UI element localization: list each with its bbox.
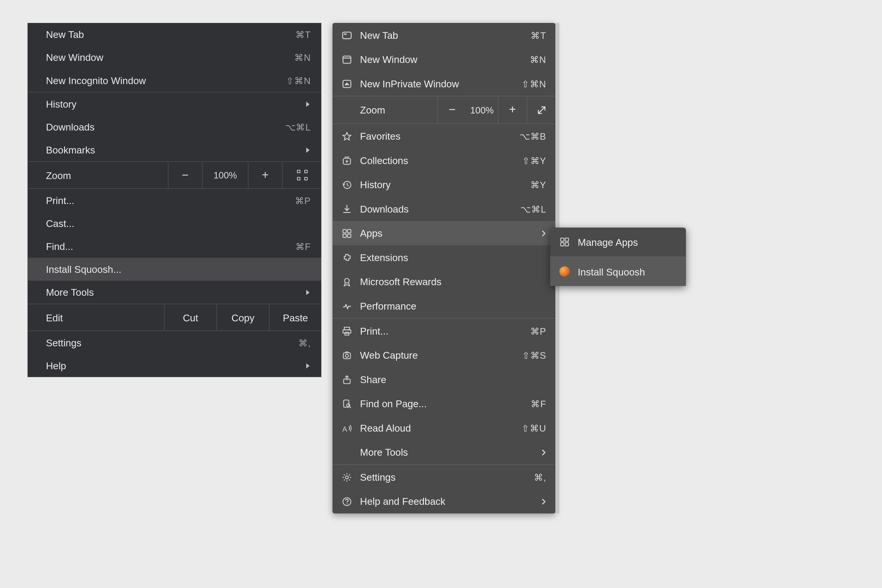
chrome-menu: New Tab ⌘T New Window ⌘N New Incognito W… [28,23,321,377]
submenu-item-manage-apps[interactable]: Manage Apps [550,228,686,256]
web-capture-icon [342,350,360,360]
shortcut: ⇧⌘N [522,78,546,89]
shortcut: ⌘N [294,52,311,63]
svg-point-11 [345,278,349,283]
shortcut: ⌥⌘B [519,131,546,141]
svg-rect-24 [561,238,564,242]
label: Help [46,360,306,371]
label: Extensions [360,252,546,263]
svg-point-16 [345,354,348,357]
zoom-out-button[interactable]: − [438,96,466,123]
menu-item-print[interactable]: Print... ⌘P [28,189,321,212]
menu-item-find[interactable]: Find... ⌘F [28,235,321,258]
find-icon [342,398,360,409]
menu-item-settings[interactable]: Settings ⌘, [333,465,555,489]
menu-item-extensions[interactable]: Extensions [333,245,555,270]
menu-item-share[interactable]: Share [333,367,555,392]
menu-item-more-tools[interactable]: More Tools [333,440,555,465]
label: Downloads [46,122,285,133]
zoom-row: Zoom − 100% + [333,96,555,123]
shortcut: ⌘P [295,195,311,206]
chevron-right-icon [306,100,311,107]
menu-item-downloads[interactable]: Downloads ⌥⌘L [28,116,321,138]
label: New InPrivate Window [360,78,522,89]
menu-item-downloads[interactable]: Downloads ⌥⌘L [333,196,555,221]
submenu-item-install-squoosh[interactable]: Install Squoosh [550,257,686,286]
svg-rect-14 [345,332,349,335]
svg-rect-25 [566,238,568,242]
edge-menu: New Tab ⌘T New Window ⌘N New InPrivate W… [333,23,555,513]
svg-rect-10 [348,234,351,237]
menu-item-cast[interactable]: Cast... [28,212,321,235]
performance-icon [342,301,360,311]
menu-item-print[interactable]: Print... ⌘P [333,319,555,343]
label: Find on Page... [360,398,531,409]
label: New Tab [360,29,531,40]
zoom-label: Zoom [360,104,438,116]
menu-item-web-capture[interactable]: Web Capture ⇧⌘S [333,343,555,368]
fullscreen-button[interactable] [282,162,321,188]
menu-item-bookmarks[interactable]: Bookmarks [28,138,321,161]
label: Web Capture [360,350,522,361]
menu-item-new-tab[interactable]: New Tab ⌘T [333,23,555,47]
svg-rect-15 [344,352,351,358]
shortcut: ⌥⌘L [520,204,546,214]
menu-item-new-inprivate-window[interactable]: New InPrivate Window ⇧⌘N [333,72,555,96]
label: Apps [360,228,541,239]
cut-button[interactable]: Cut [164,304,216,330]
label: Print... [46,195,295,206]
rewards-icon [342,276,360,287]
zoom-in-button[interactable]: + [248,162,282,188]
svg-rect-0 [342,32,351,38]
svg-rect-27 [566,243,568,246]
fullscreen-icon [297,170,307,180]
menu-item-performance[interactable]: Performance [333,294,555,318]
menu-item-new-window[interactable]: New Window ⌘N [333,47,555,72]
edit-row: Edit Cut Copy Paste [28,304,321,330]
fullscreen-button[interactable] [526,96,555,123]
label: Favorites [360,130,519,142]
apps-icon [342,228,360,238]
zoom-in-button[interactable]: + [498,96,526,123]
shortcut: ⌥⌘L [285,122,311,132]
menu-item-install-squoosh[interactable]: Install Squoosh... [28,258,321,281]
menu-item-more-tools[interactable]: More Tools [28,281,321,304]
menu-item-find-on-page[interactable]: Find on Page... ⌘F [333,392,555,416]
label: Help and Feedback [360,496,541,507]
menu-item-history[interactable]: History [28,93,321,116]
svg-rect-2 [343,56,351,63]
menu-item-apps[interactable]: Apps [333,221,555,246]
label: New Tab [46,29,296,40]
menu-item-microsoft-rewards[interactable]: Microsoft Rewards [333,270,555,294]
zoom-out-button[interactable]: − [168,162,202,188]
shortcut: ⌘, [298,338,311,348]
apps-icon [560,237,578,247]
expand-icon [536,105,546,115]
print-icon [342,326,360,336]
shortcut: ⌘F [296,241,311,252]
paste-button[interactable]: Paste [269,304,321,330]
menu-item-help[interactable]: Help [28,354,321,377]
menu-item-new-incognito-window[interactable]: New Incognito Window ⇧⌘N [28,69,321,92]
menu-item-history[interactable]: History ⌘Y [333,172,555,197]
menu-item-new-tab[interactable]: New Tab ⌘T [28,23,321,46]
new-tab-icon [342,30,360,40]
menu-item-settings[interactable]: Settings ⌘, [28,331,321,354]
menu-item-help-and-feedback[interactable]: Help and Feedback [333,489,555,514]
label: New Window [360,54,530,65]
copy-button[interactable]: Copy [216,304,269,330]
menu-item-collections[interactable]: Collections ⇧⌘Y [333,148,555,172]
label: Settings [46,337,298,348]
menu-item-new-window[interactable]: New Window ⌘N [28,46,321,69]
read-aloud-icon: A [342,423,360,434]
share-icon [342,374,360,385]
shortcut: ⌘F [531,398,546,409]
label: More Tools [360,447,541,458]
svg-point-23 [346,503,348,504]
menu-item-read-aloud[interactable]: A Read Aloud ⇧⌘U [333,416,555,440]
chevron-right-icon [541,230,546,237]
menu-item-favorites[interactable]: Favorites ⌥⌘B [333,124,555,148]
settings-icon [342,472,360,483]
inprivate-icon [342,78,360,89]
label: Microsoft Rewards [360,276,546,287]
